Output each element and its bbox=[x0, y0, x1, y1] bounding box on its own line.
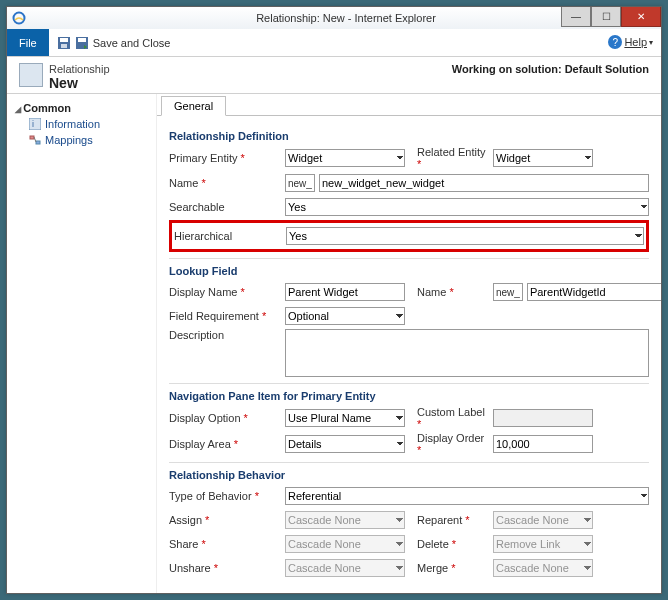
sidebar: Common i Information Mappings bbox=[7, 94, 157, 593]
label-assign: Assign * bbox=[169, 514, 281, 526]
divider bbox=[169, 258, 649, 259]
field-requirement-select[interactable]: Optional bbox=[285, 307, 405, 325]
share-select: Cascade None bbox=[285, 535, 405, 553]
window-buttons: — ☐ ✕ bbox=[561, 7, 661, 27]
tab-general[interactable]: General bbox=[161, 96, 226, 116]
assign-select: Cascade None bbox=[285, 511, 405, 529]
maximize-button[interactable]: ☐ bbox=[591, 7, 621, 27]
label-custom-label: Custom Label * bbox=[409, 406, 489, 430]
label-display-area: Display Area * bbox=[169, 438, 281, 450]
label-related-entity: Related Entity * bbox=[409, 146, 489, 170]
label-share: Share * bbox=[169, 538, 281, 550]
label-lookup-name: Name * bbox=[409, 286, 489, 298]
ribbon: File Save and Close ? Help ▾ bbox=[7, 29, 661, 57]
section-relationship-definition: Relationship Definition bbox=[169, 130, 649, 142]
save-update-icon bbox=[75, 36, 89, 50]
svg-text:i: i bbox=[32, 119, 34, 129]
custom-label-input bbox=[493, 409, 593, 427]
lookup-name-prefix: new_ bbox=[493, 283, 523, 301]
help-icon: ? bbox=[608, 35, 622, 49]
lookup-name-input[interactable] bbox=[527, 283, 661, 301]
solution-label: Working on solution: Default Solution bbox=[452, 63, 649, 75]
help-label: Help bbox=[624, 36, 647, 48]
label-merge: Merge * bbox=[409, 562, 489, 574]
searchable-select[interactable]: Yes bbox=[285, 198, 649, 216]
description-textarea[interactable] bbox=[285, 329, 649, 377]
form-area: Relationship Definition Primary Entity *… bbox=[157, 116, 661, 593]
save-icon bbox=[57, 36, 71, 50]
display-name-input[interactable] bbox=[285, 283, 405, 301]
label-searchable: Searchable bbox=[169, 201, 281, 213]
record-name: New bbox=[49, 75, 110, 91]
section-lookup-field: Lookup Field bbox=[169, 265, 649, 277]
sidebar-section-common[interactable]: Common bbox=[15, 100, 148, 116]
delete-select: Remove Link bbox=[493, 535, 593, 553]
svg-rect-6 bbox=[29, 118, 41, 130]
display-order-input[interactable] bbox=[493, 435, 593, 453]
svg-rect-8 bbox=[30, 136, 34, 139]
primary-entity-select[interactable]: Widget bbox=[285, 149, 405, 167]
label-behavior-type: Type of Behavior * bbox=[169, 490, 281, 502]
sidebar-item-mappings[interactable]: Mappings bbox=[15, 132, 148, 148]
divider bbox=[169, 383, 649, 384]
label-display-order: Display Order * bbox=[409, 432, 489, 456]
label-hierarchical: Hierarchical bbox=[174, 230, 282, 242]
label-description: Description bbox=[169, 329, 281, 341]
label-display-name: Display Name * bbox=[169, 286, 281, 298]
ie-icon bbox=[11, 10, 27, 26]
file-menu[interactable]: File bbox=[7, 29, 49, 56]
form-header: Relationship New Working on solution: De… bbox=[7, 57, 661, 93]
main: General Relationship Definition Primary … bbox=[157, 94, 661, 593]
divider bbox=[169, 462, 649, 463]
svg-rect-2 bbox=[60, 38, 68, 42]
hierarchical-highlight: Hierarchical Yes bbox=[169, 220, 649, 252]
body: Common i Information Mappings General Re… bbox=[7, 93, 661, 593]
info-icon: i bbox=[29, 118, 41, 130]
behavior-type-select[interactable]: Referential bbox=[285, 487, 649, 505]
close-button[interactable]: ✕ bbox=[621, 7, 661, 27]
help-menu[interactable]: ? Help ▾ bbox=[608, 35, 653, 49]
svg-rect-3 bbox=[61, 44, 67, 48]
save-and-close-button[interactable]: Save and Close bbox=[49, 29, 179, 56]
entity-type-label: Relationship bbox=[49, 63, 110, 75]
label-unshare: Unshare * bbox=[169, 562, 281, 574]
label-field-requirement: Field Requirement * bbox=[169, 310, 281, 322]
label-delete: Delete * bbox=[409, 538, 489, 550]
related-entity-select[interactable]: Widget bbox=[493, 149, 593, 167]
display-option-select[interactable]: Use Plural Name bbox=[285, 409, 405, 427]
svg-rect-9 bbox=[36, 141, 40, 144]
label-reparent: Reparent * bbox=[409, 514, 489, 526]
hierarchical-select[interactable]: Yes bbox=[286, 227, 644, 245]
save-close-label: Save and Close bbox=[93, 37, 171, 49]
reparent-select: Cascade None bbox=[493, 511, 593, 529]
section-relationship-behavior: Relationship Behavior bbox=[169, 469, 649, 481]
mappings-icon bbox=[29, 134, 41, 146]
section-nav-pane: Navigation Pane Item for Primary Entity bbox=[169, 390, 649, 402]
label-name: Name * bbox=[169, 177, 281, 189]
label-display-option: Display Option * bbox=[169, 412, 281, 424]
minimize-button[interactable]: — bbox=[561, 7, 591, 27]
window: Relationship: New - Internet Explorer — … bbox=[6, 6, 662, 594]
unshare-select: Cascade None bbox=[285, 559, 405, 577]
label-primary-entity: Primary Entity * bbox=[169, 152, 281, 164]
chevron-down-icon: ▾ bbox=[649, 38, 653, 47]
relationship-icon bbox=[19, 63, 43, 87]
name-prefix: new_ bbox=[285, 174, 315, 192]
sidebar-item-information[interactable]: i Information bbox=[15, 116, 148, 132]
sidebar-item-label: Information bbox=[45, 118, 100, 130]
titlebar: Relationship: New - Internet Explorer — … bbox=[7, 7, 661, 29]
sidebar-item-label: Mappings bbox=[45, 134, 93, 146]
display-area-select[interactable]: Details bbox=[285, 435, 405, 453]
svg-rect-5 bbox=[78, 38, 86, 42]
tabstrip: General bbox=[157, 94, 661, 116]
name-input[interactable] bbox=[319, 174, 649, 192]
merge-select: Cascade None bbox=[493, 559, 593, 577]
